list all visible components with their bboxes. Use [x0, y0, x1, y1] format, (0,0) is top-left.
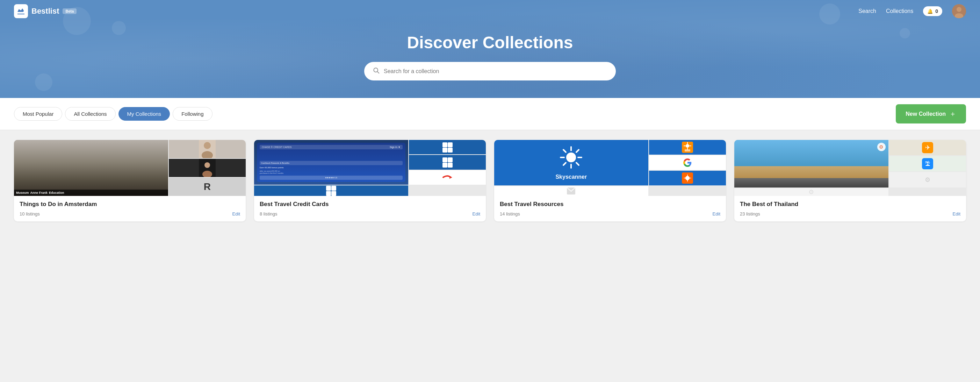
- svg-rect-39: [685, 149, 690, 152]
- svg-rect-22: [326, 191, 331, 196]
- tabs-left: Most Popular All Collections My Collecti…: [14, 107, 213, 121]
- svg-rect-20: [326, 186, 331, 191]
- svg-line-32: [563, 163, 566, 165]
- card-body-amsterdam: Things to Do in Amsterdam 10 listings Ed…: [14, 196, 246, 221]
- svg-rect-16: [448, 157, 453, 162]
- card-title-amsterdam: Things to Do in Amsterdam: [19, 201, 240, 208]
- svg-point-1: [956, 7, 961, 12]
- card-footer-amsterdam: 10 listings Edit: [19, 211, 240, 217]
- skyscanner-logo: Skyscanner: [555, 145, 587, 180]
- notification-button[interactable]: 🔔 0: [923, 6, 942, 16]
- logo-area: Bestlist Beta: [14, 4, 76, 18]
- card-title-creditcards: Best Travel Credit Cards: [260, 201, 480, 208]
- cc-sub3: [409, 170, 486, 185]
- svg-rect-11: [442, 142, 447, 147]
- google-icon: [682, 158, 692, 168]
- tab-all-collections[interactable]: All Collections: [65, 107, 115, 121]
- card-image-thailand: ⚙ ✈ 🏝 ⚙: [734, 140, 966, 196]
- listings-count-travel: 14 listings: [500, 211, 520, 217]
- avatar[interactable]: [952, 4, 966, 18]
- beta-badge: Beta: [62, 8, 76, 14]
- collections-nav-link[interactable]: Collections: [886, 8, 913, 14]
- card-body-creditcards: Best Travel Credit Cards 8 listings Edit: [254, 196, 486, 221]
- collection-card-travel[interactable]: Skyscanner: [494, 140, 726, 221]
- svg-point-3: [374, 68, 378, 72]
- edit-creditcards[interactable]: Edit: [473, 211, 480, 217]
- svg-rect-18: [448, 163, 453, 168]
- avatar-svg: [952, 4, 966, 18]
- card-footer-travel: 14 listings Edit: [500, 211, 720, 217]
- plus-icon: ＋: [949, 109, 956, 118]
- svg-rect-13: [442, 148, 447, 152]
- label-annefrank: Anne Frank: [30, 191, 48, 195]
- svg-marker-19: [449, 176, 452, 179]
- museum-icon: [199, 159, 216, 177]
- svg-rect-17: [442, 163, 447, 168]
- svg-point-6: [204, 142, 211, 149]
- card-image-travel: Skyscanner: [494, 140, 726, 196]
- svg-text:✈: ✈: [925, 144, 930, 151]
- amsterdam-sub3: R: [169, 178, 246, 196]
- sky-sub4: [494, 186, 648, 196]
- search-input[interactable]: [384, 68, 608, 75]
- svg-point-34: [686, 144, 689, 148]
- label-education: Education: [49, 191, 64, 195]
- search-nav-link[interactable]: Search: [858, 8, 876, 14]
- card-image-creditcards: CHASE ® CREDIT CARDS Sign In ▼ Cashback …: [254, 140, 486, 196]
- listings-count-amsterdam: 10 listings: [19, 211, 40, 217]
- chase-logo-2: [442, 157, 453, 168]
- collections-grid: Museum Anne Frank Education: [0, 130, 980, 231]
- amsterdam-sub1: [169, 140, 246, 158]
- tab-my-collections[interactable]: My Collections: [118, 107, 170, 121]
- thai-app-icon2: 🏝: [922, 158, 933, 169]
- chase-logo-1: [442, 142, 453, 152]
- search-icon: [372, 67, 380, 75]
- svg-rect-12: [448, 142, 453, 147]
- amsterdam-labels: Museum Anne Frank Education: [14, 190, 168, 196]
- collection-card-amsterdam[interactable]: Museum Anne Frank Education: [14, 140, 246, 221]
- collection-card-creditcards[interactable]: CHASE ® CREDIT CARDS Sign In ▼ Cashback …: [254, 140, 486, 221]
- collection-card-thailand[interactable]: ⚙ ✈ 🏝 ⚙: [734, 140, 966, 221]
- edit-amsterdam[interactable]: Edit: [232, 211, 240, 217]
- svg-point-9: [204, 162, 210, 168]
- thai-settings-icon: ⚙: [877, 143, 886, 151]
- svg-text:🏝: 🏝: [925, 161, 931, 167]
- sky-sub3: [649, 171, 726, 185]
- sub-travel-icon3: [682, 173, 693, 184]
- sky-sub2: [649, 155, 726, 170]
- amsterdam-sub2: [169, 159, 246, 177]
- tab-following[interactable]: Following: [173, 107, 212, 121]
- listings-count-thailand: 23 listings: [740, 211, 760, 217]
- gray-gear-icon2: ⚙: [808, 188, 814, 196]
- person-icon: [199, 140, 216, 158]
- new-collection-label: New Collection: [905, 111, 946, 117]
- edit-thailand[interactable]: Edit: [953, 211, 961, 217]
- edit-travel[interactable]: Edit: [713, 211, 720, 217]
- label-museum: Museum: [16, 191, 29, 195]
- cc-sub1: [409, 140, 486, 154]
- card-title-thailand: The Best of Thailand: [740, 201, 961, 208]
- card-footer-thailand: 23 listings Edit: [740, 211, 961, 217]
- crown-icon: [17, 7, 25, 15]
- arrow-icon: [442, 174, 452, 181]
- thai-sub3: ⚙: [889, 172, 966, 187]
- thai-sub4: ⚙: [734, 188, 888, 196]
- nav-right: Search Collections 🔔 0: [858, 4, 966, 18]
- hero-content: Discover Collections: [0, 22, 980, 98]
- thai-sub2: 🏝: [889, 156, 966, 171]
- tab-most-popular[interactable]: Most Popular: [14, 107, 62, 121]
- svg-point-24: [566, 152, 576, 162]
- app-name: Bestlist: [32, 6, 59, 16]
- search-bar[interactable]: [364, 62, 616, 80]
- sub-travel-icon1: [682, 142, 693, 153]
- svg-rect-15: [442, 157, 447, 162]
- skyscanner-sun-icon: [559, 145, 583, 169]
- card-title-travel: Best Travel Resources: [500, 201, 720, 208]
- cc-sub4: [254, 185, 408, 196]
- thailand-main: ⚙: [734, 140, 888, 187]
- thai-app-icon1: ✈: [922, 142, 933, 153]
- new-collection-button[interactable]: New Collection ＋: [896, 104, 966, 123]
- hero-section: Bestlist Beta Search Collections 🔔 0: [0, 0, 980, 98]
- cc-sub2: [409, 155, 486, 169]
- avatar-img: [952, 4, 966, 18]
